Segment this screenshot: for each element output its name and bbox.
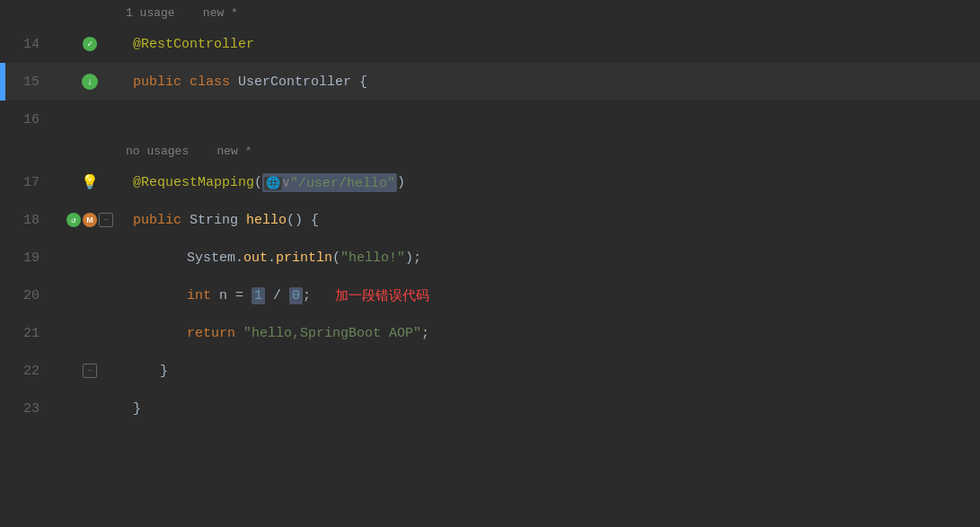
- new-star-2: new *: [216, 145, 252, 158]
- meta-nousages-line: no usages new *: [0, 138, 980, 163]
- code-content-15: public class UserController {: [126, 75, 980, 90]
- no-usages: no usages: [126, 145, 189, 158]
- new-star: new *: [203, 6, 238, 20]
- check-icon[interactable]: ✓: [83, 37, 97, 51]
- println-method: println: [276, 250, 332, 266]
- code-line-17: 17 💡 @RequestMapping(🌐∨"/user/hello"): [0, 163, 980, 201]
- line-number-23: 23: [0, 401, 54, 417]
- return-string: "hello,SpringBoot AOP": [243, 326, 421, 341]
- line-number-15: 15: [0, 75, 54, 90]
- number-highlight-0: 0: [289, 287, 303, 304]
- annotation-restcontroller: @RestController: [133, 37, 254, 52]
- classname: UserController: [238, 75, 351, 90]
- code-content-20: int n = 1 / 0 ; 加一段错误代码: [126, 287, 980, 304]
- badge-m-icon[interactable]: M: [83, 213, 97, 227]
- gutter-17: 💡: [54, 173, 126, 191]
- code-line-18: 18 ↺ M − public String hello () {: [0, 201, 980, 239]
- code-line-19: 19 System.out.println("hello!");: [0, 239, 980, 277]
- code-line-15: 15 ↓ public class UserController {: [0, 63, 980, 101]
- globe-icon: 🌐: [264, 177, 282, 190]
- meta-top-text: 1 usage new *: [126, 6, 238, 20]
- hello-string: "hello!": [340, 250, 405, 266]
- code-line-14: 14 ✓ @RestController: [0, 25, 980, 63]
- code-content-22: }: [126, 364, 980, 379]
- left-bar: [0, 63, 5, 101]
- comment-chinese: 加一段错误代码: [335, 287, 429, 304]
- close-brace-22: }: [160, 364, 168, 379]
- meta-nousages-text: no usages new *: [126, 145, 252, 158]
- gutter-18: ↺ M −: [54, 213, 126, 227]
- arrow-down-icon[interactable]: ↓: [82, 74, 98, 90]
- method-hello: hello: [246, 213, 287, 228]
- code-content-17: @RequestMapping(🌐∨"/user/hello"): [126, 173, 980, 192]
- code-content-23: }: [126, 401, 980, 417]
- code-content-21: return "hello,SpringBoot AOP" ;: [126, 326, 980, 341]
- code-editor: 1 usage new * 14 ✓ @RestController 15 ↓ …: [0, 0, 980, 527]
- kw-public-18: public: [133, 213, 181, 228]
- code-line-20: 20 int n = 1 / 0 ; 加一段错误代码: [0, 277, 980, 314]
- line-number-22: 22: [0, 364, 54, 379]
- meta-top-line: 1 usage new *: [0, 0, 980, 25]
- line-number-16: 16: [0, 112, 54, 127]
- number-highlight-1: 1: [252, 287, 265, 304]
- out-method: out: [243, 250, 268, 266]
- fold-close-icon[interactable]: −: [83, 364, 97, 378]
- code-content-19: System.out.println("hello!");: [126, 250, 980, 266]
- code-area: 1 usage new * 14 ✓ @RestController 15 ↓ …: [0, 0, 980, 527]
- url-highlight: 🌐∨"/user/hello": [262, 173, 397, 192]
- gutter-14: ✓: [54, 37, 126, 51]
- code-content-18: public String hello () {: [126, 213, 980, 228]
- code-line-22: 22 − }: [0, 352, 980, 390]
- line-number-14: 14: [0, 37, 54, 52]
- code-line-23: 23 }: [0, 390, 980, 427]
- system-text: System.: [187, 250, 243, 266]
- kw-return: return: [187, 326, 235, 341]
- url-string: "/user/hello": [290, 176, 395, 191]
- close-brace-23: }: [133, 401, 141, 417]
- code-line-16: 16: [0, 101, 980, 138]
- annotation-requestmapping: @RequestMapping: [133, 175, 254, 190]
- gutter-22: −: [54, 364, 126, 378]
- line-number-18: 18: [0, 213, 54, 228]
- bulb-icon[interactable]: 💡: [81, 173, 99, 191]
- type-string: String: [190, 213, 238, 228]
- line-number-20: 20: [0, 288, 54, 303]
- num-0: 0: [292, 288, 300, 303]
- kw-int: int: [187, 288, 211, 303]
- fold-icon[interactable]: −: [99, 213, 113, 227]
- kw-class: class: [190, 75, 230, 90]
- line-number-17: 17: [0, 175, 54, 190]
- gutter-15: ↓: [54, 74, 126, 90]
- line-number-19: 19: [0, 250, 54, 266]
- reload-icon[interactable]: ↺: [66, 213, 81, 227]
- code-line-21: 21 return "hello,SpringBoot AOP" ;: [0, 314, 980, 352]
- usage-count: 1 usage: [126, 6, 175, 20]
- line-number-21: 21: [0, 326, 54, 341]
- num-1: 1: [254, 288, 262, 303]
- code-content-14: @RestController: [126, 37, 980, 52]
- kw-public: public: [133, 75, 181, 90]
